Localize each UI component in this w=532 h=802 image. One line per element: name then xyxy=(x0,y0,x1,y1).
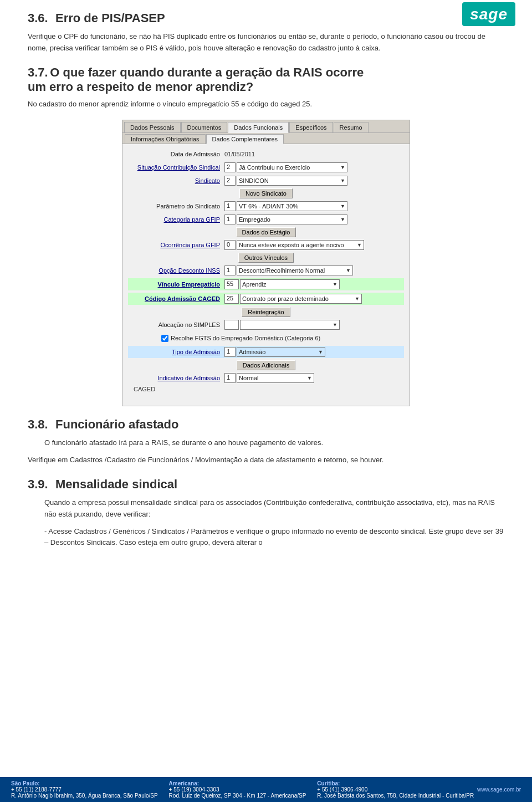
row-novo-sindicato: Novo Sindicato xyxy=(128,188,404,198)
input-vinculo-empregaticio[interactable]: 55 xyxy=(224,279,239,289)
section-37: 3.7. O que fazer quando durante a geraçã… xyxy=(28,65,504,407)
row-opcao-desconto-inss: Opção Desconto INSS 1 Desconto/Recolhime… xyxy=(128,265,404,276)
section-36-paragraph: Verifique o CPF do funcionário, se não h… xyxy=(28,31,504,54)
dropdown-sindicato-arrow: ▼ xyxy=(340,178,345,183)
dropdown-sindicato-value: SINDICON xyxy=(239,177,269,184)
dropdown-alocacao-simples[interactable]: ▼ xyxy=(240,320,340,330)
dropdown-vinculo-empregaticio-arrow: ▼ xyxy=(332,282,337,287)
btn-dados-adicionais[interactable]: Dados Adicionais xyxy=(237,360,295,370)
section-36: 3.6. Erro de PIS/PASEP Verifique o CPF d… xyxy=(28,11,504,54)
dropdown-ocorrencia-gfip-value: Nunca esteve exposto a agente nocivo xyxy=(239,242,344,248)
footer-website: www.sage.com.br xyxy=(477,786,521,793)
row-categoria-gfip: Categoria para GFIP 1 Empregado ▼ xyxy=(128,214,404,225)
input-indicativo-admissao[interactable]: 1 xyxy=(224,373,236,383)
dropdown-codigo-admissao-caged[interactable]: Contrato por prazo determinado ▼ xyxy=(240,294,362,304)
tab-resumo[interactable]: Resumo xyxy=(334,122,369,132)
label-parametro-sindicato: Parâmetro do Sindicato xyxy=(128,203,222,210)
footer: São Paulo: + 55 (11) 2188-7777 R. Antôni… xyxy=(0,777,532,802)
section-39: 3.9. Mensalidade sindical Quando a empre… xyxy=(28,477,504,549)
section-38-paragraph2: Verifique em Cadastros /Cadastro de Func… xyxy=(28,454,504,466)
row-reintegracao: Reintegração xyxy=(128,307,404,317)
form-subtabs: Informações Obrigatórias Dados Complemen… xyxy=(122,133,410,144)
dropdown-opcao-desconto-inss[interactable]: Desconto/Recolhimento Normal ▼ xyxy=(237,265,353,275)
label-indicativo-admissao: Indicativo de Admissão xyxy=(128,375,222,381)
label-recolhe-fgts: Recolhe FGTS do Empregado Doméstico (Cat… xyxy=(171,335,320,341)
row-data-admissao: Data de Admissão 01/05/2011 xyxy=(128,149,404,160)
dropdown-tipo-admissao[interactable]: Admissão ▼ xyxy=(237,347,325,357)
dropdown-situacao-contrib[interactable]: Já Contribuiu no Exercício ▼ xyxy=(237,162,347,172)
section-39-heading: 3.9. Mensalidade sindical xyxy=(28,477,504,492)
footer-col-saopaulo: São Paulo: + 55 (11) 2188-7777 R. Antôni… xyxy=(11,780,158,799)
dropdown-ocorrencia-gfip[interactable]: Nunca esteve exposto a agente nocivo ▼ xyxy=(237,240,364,250)
label-codigo-admissao-caged: Código Admissão CAGED xyxy=(128,295,222,302)
btn-novo-sindicato[interactable]: Novo Sindicato xyxy=(239,188,293,198)
footer-address-americana: Rod. Luiz de Queiroz, SP 304 - Km 127 - … xyxy=(169,793,306,799)
form-body: Data de Admissão 01/05/2011 Situação Con… xyxy=(122,144,410,406)
dropdown-vinculo-empregaticio[interactable]: Aprendiz ▼ xyxy=(240,279,340,289)
section-36-heading: 3.6. Erro de PIS/PASEP xyxy=(28,11,504,25)
dropdown-categoria-gfip-arrow: ▼ xyxy=(340,217,345,222)
section-38-number: 3.8. xyxy=(28,417,50,432)
row-codigo-admissao-caged: Código Admissão CAGED 25 Contrato por pr… xyxy=(128,293,404,305)
row-tipo-admissao: Tipo de Admissão 1 Admissão ▼ xyxy=(128,346,404,358)
btn-outros-vinculos[interactable]: Outros Vínculos xyxy=(238,253,294,263)
checkbox-recolhe-fgts[interactable] xyxy=(161,335,168,342)
btn-dados-estagio[interactable]: Dados do Estágio xyxy=(236,227,296,237)
section-37-number: 3.7. xyxy=(28,65,48,79)
dropdown-categoria-gfip[interactable]: Empregado ▼ xyxy=(237,214,347,224)
footer-address-curitiba: R. José Batista dos Santos, 758, Cidade … xyxy=(317,793,474,799)
label-alocacao-simples: Alocação no SIMPLES xyxy=(128,321,222,328)
input-categoria-gfip[interactable]: 1 xyxy=(224,214,236,224)
footer-phone-curitiba: + 55 (41) 3906-4900 xyxy=(317,786,367,793)
dropdown-vinculo-empregaticio-value: Aprendiz xyxy=(242,281,266,288)
footer-col-curitiba: Curitiba: + 55 (41) 3906-4900 R. José Ba… xyxy=(317,780,474,799)
label-opcao-desconto-inss: Opção Desconto INSS xyxy=(128,267,222,274)
label-vinculo-empregaticio: Vínculo Empregatício xyxy=(128,281,222,288)
section-38-paragraph1: O funcionário afastado irá para a RAIS, … xyxy=(28,437,504,449)
row-alocacao-simples: Alocação no SIMPLES ▼ xyxy=(128,319,404,330)
tab-documentos[interactable]: Documentos xyxy=(181,122,228,132)
section-36-title: Erro de PIS/PASEP xyxy=(55,11,165,25)
section-36-number: 3.6. xyxy=(28,11,50,25)
tab-especificos[interactable]: Específicos xyxy=(289,122,332,132)
dropdown-parametro-sindicato[interactable]: VT 6% - ADIANT 30% ▼ xyxy=(237,201,347,211)
label-categoria-gfip: Categoria para GFIP xyxy=(128,216,222,223)
btn-reintegracao[interactable]: Reintegração xyxy=(242,307,290,317)
input-parametro-sindicato[interactable]: 1 xyxy=(224,201,236,211)
subtab-informacoes-obrigatorias[interactable]: Informações Obrigatórias xyxy=(125,134,206,144)
dropdown-indicativo-admissao-value: Normal xyxy=(239,375,258,381)
footer-label-saopaulo: São Paulo: xyxy=(11,780,158,786)
input-alocacao-simples[interactable] xyxy=(224,320,239,330)
form-tabs: Dados Pessoais Documentos Dados Funciona… xyxy=(122,120,410,133)
input-codigo-admissao-caged[interactable]: 25 xyxy=(224,294,239,304)
footer-label-curitiba: Curitiba: xyxy=(317,780,474,786)
form-screenshot: Dados Pessoais Documentos Dados Funciona… xyxy=(28,120,504,406)
dropdown-sindicato[interactable]: SINDICON ▼ xyxy=(237,176,347,186)
input-situacao-contrib[interactable]: 2 xyxy=(224,162,236,172)
dropdown-indicativo-admissao-arrow: ▼ xyxy=(307,375,312,381)
input-opcao-desconto-inss[interactable]: 1 xyxy=(224,265,236,275)
label-ocorrencia-gfip: Ocorrência para GFIP xyxy=(128,242,222,248)
dropdown-categoria-gfip-value: Empregado xyxy=(239,216,270,223)
win-form: Dados Pessoais Documentos Dados Funciona… xyxy=(122,120,410,406)
row-situacao-contrib: Situação Contribuição Sindical 2 Já Cont… xyxy=(128,162,404,173)
dropdown-tipo-admissao-arrow: ▼ xyxy=(318,349,323,355)
input-tipo-admissao[interactable]: 1 xyxy=(224,347,236,357)
dropdown-situacao-contrib-arrow: ▼ xyxy=(340,165,345,170)
section-39-title: Mensalidade sindical xyxy=(55,477,177,492)
dropdown-opcao-desconto-inss-value: Desconto/Recolhimento Normal xyxy=(239,267,325,274)
dropdown-codigo-admissao-caged-arrow: ▼ xyxy=(355,296,360,302)
tab-dados-funcionais[interactable]: Dados Funcionais xyxy=(228,122,289,133)
dropdown-indicativo-admissao[interactable]: Normal ▼ xyxy=(237,373,314,383)
dropdown-tipo-admissao-value: Admissão xyxy=(239,349,265,355)
tab-dados-pessoais[interactable]: Dados Pessoais xyxy=(124,122,181,132)
footer-phone-saopaulo: + 55 (11) 2188-7777 xyxy=(11,786,62,793)
subtab-dados-complementares[interactable]: Dados Complementares xyxy=(206,134,284,144)
input-sindicato[interactable]: 2 xyxy=(224,176,236,186)
row-dados-estagio: Dados do Estágio xyxy=(128,227,404,237)
dropdown-opcao-desconto-inss-arrow: ▼ xyxy=(346,268,351,273)
dropdown-ocorrencia-gfip-arrow: ▼ xyxy=(357,242,362,248)
input-ocorrencia-gfip[interactable]: 0 xyxy=(224,240,236,250)
row-vinculo-empregaticio: Vínculo Empregatício 55 Aprendiz ▼ xyxy=(128,278,404,290)
section-39-number: 3.9. xyxy=(28,477,50,492)
